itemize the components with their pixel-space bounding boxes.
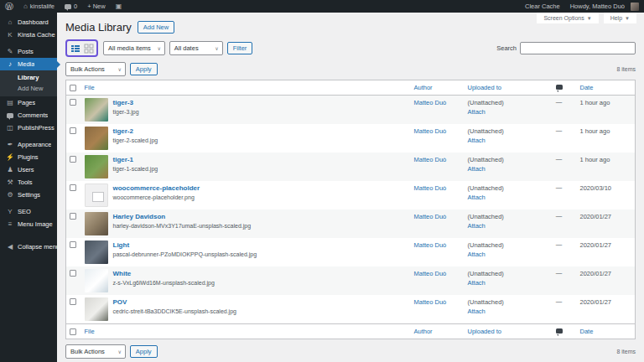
media-title-link[interactable]: POV — [113, 298, 236, 306]
select-all-checkbox[interactable] — [70, 85, 76, 91]
comments-column-icon[interactable] — [556, 85, 563, 90]
appearance-icon: ✒ — [6, 142, 14, 148]
sidebar-item-publishpress[interactable]: ◫ PublishPress — [0, 122, 57, 134]
bulk-actions-select[interactable]: Bulk Actions ∨ — [65, 62, 126, 76]
grid-view-button[interactable] — [83, 43, 94, 54]
menu-image-icon: ≡ — [6, 221, 14, 228]
media-thumbnail[interactable] — [85, 155, 108, 178]
attach-link[interactable]: Attach — [468, 308, 486, 315]
submenu-item-add-new[interactable]: Add New — [0, 83, 57, 94]
sort-by-file[interactable]: File — [85, 328, 95, 335]
uploaded-status: (Unattached) — [468, 127, 538, 135]
screen-options-button[interactable]: Screen Options ▼ — [536, 13, 599, 24]
media-title-link[interactable]: Light — [113, 241, 257, 249]
attach-link[interactable]: Attach — [468, 222, 486, 230]
sort-by-author[interactable]: Author — [414, 328, 433, 335]
sort-by-author[interactable]: Author — [414, 84, 433, 91]
tools-icon: ⚒ — [6, 179, 14, 186]
attach-link[interactable]: Attach — [468, 251, 486, 258]
row-checkbox[interactable] — [70, 127, 76, 134]
comments-menu[interactable]: 0 — [60, 0, 82, 13]
row-checkbox[interactable] — [70, 99, 76, 106]
media-title-link[interactable]: woocommerce-placeholder — [113, 184, 200, 192]
date-filter-select[interactable]: All dates ∨ — [169, 41, 223, 55]
attach-link[interactable]: Attach — [468, 194, 486, 201]
row-checkbox[interactable] — [70, 270, 76, 277]
attach-link[interactable]: Attach — [468, 137, 486, 144]
search-input[interactable] — [520, 42, 636, 54]
sidebar-item-dashboard[interactable]: ⌂ Dashboard — [0, 16, 57, 28]
sidebar-item-collapse[interactable]: ◀ Collapse menu — [0, 240, 57, 253]
sidebar-item-media[interactable]: ♪ Media — [0, 58, 57, 70]
author-link[interactable]: Matteo Duò — [414, 298, 447, 306]
row-checkbox[interactable] — [70, 298, 76, 305]
media-title-link[interactable]: tiger-2 — [113, 127, 158, 135]
sort-by-uploaded-to[interactable]: Uploaded to — [468, 84, 501, 91]
sort-by-date[interactable]: Date — [580, 84, 594, 91]
site-name-menu[interactable]: ⌂ kinstalife — [18, 0, 60, 13]
media-thumbnail[interactable] — [85, 127, 108, 150]
search-label: Search — [496, 44, 517, 52]
attach-link[interactable]: Attach — [468, 108, 486, 116]
sidebar-item-plugins[interactable]: ⚡ Plugins — [0, 151, 57, 163]
apply-button[interactable]: Apply — [130, 63, 158, 75]
new-content-menu[interactable]: + New — [82, 0, 110, 13]
author-link[interactable]: Matteo Duò — [414, 270, 447, 277]
comments-icon — [7, 113, 13, 118]
attach-link[interactable]: Attach — [468, 165, 486, 173]
sidebar-item-tools[interactable]: ⚒ Tools — [0, 176, 57, 189]
row-checkbox[interactable] — [70, 156, 76, 163]
attach-link[interactable]: Attach — [468, 279, 486, 287]
media-thumbnail[interactable] — [85, 98, 108, 122]
sidebar-item-kinsta-cache[interactable]: K Kinsta Cache — [0, 28, 57, 41]
add-new-button[interactable]: Add New — [138, 21, 174, 34]
sort-by-date[interactable]: Date — [580, 328, 594, 335]
items-count: 8 items — [616, 66, 636, 72]
media-type-filter-select[interactable]: All media items ∨ — [103, 41, 165, 55]
author-link[interactable]: Matteo Duò — [414, 213, 447, 220]
apply-button[interactable]: Apply — [130, 345, 158, 358]
media-title-link[interactable]: tiger-1 — [113, 156, 158, 163]
media-thumbnail[interactable] — [85, 212, 108, 235]
row-checkbox[interactable] — [70, 184, 76, 191]
sidebar-item-pages[interactable]: ▤ Pages — [0, 96, 57, 109]
sidebar-item-menu-image[interactable]: ≡ Menu Image — [0, 218, 57, 230]
sidebar-item-comments[interactable]: Comments — [0, 109, 57, 122]
media-thumbnail[interactable] — [85, 240, 108, 264]
sidebar-item-appearance[interactable]: ✒ Appearance — [0, 138, 57, 151]
select-all-checkbox[interactable] — [70, 328, 76, 335]
date-value: 2020/01/27 — [580, 298, 632, 306]
author-link[interactable]: Matteo Duò — [414, 241, 447, 249]
sidebar-item-seo[interactable]: Y SEO — [0, 205, 57, 218]
author-link[interactable]: Matteo Duò — [414, 184, 447, 192]
my-account-menu[interactable]: Howdy, Matteo Duò — [565, 0, 644, 13]
media-title-link[interactable]: White — [113, 270, 215, 277]
comments-column-icon[interactable] — [556, 328, 563, 334]
comments-bubble-icon — [65, 4, 71, 9]
author-link[interactable]: Matteo Duò — [414, 127, 447, 135]
wordpress-logo-menu[interactable]: Ⓦ — [0, 0, 18, 13]
list-view-button[interactable] — [70, 43, 80, 54]
filter-button[interactable]: Filter — [227, 42, 253, 54]
author-link[interactable]: Matteo Duò — [414, 156, 447, 163]
clear-cache-button[interactable]: Clear Cache — [520, 0, 565, 13]
row-checkbox[interactable] — [70, 241, 76, 248]
sort-by-uploaded-to[interactable]: Uploaded to — [468, 328, 501, 335]
plugins-icon: ⚡ — [6, 154, 14, 161]
media-thumbnail[interactable] — [85, 297, 108, 321]
sidebar-item-posts[interactable]: ✎ Posts — [0, 45, 57, 58]
sort-by-file[interactable]: File — [85, 84, 95, 91]
help-button[interactable]: Help ▼ — [603, 13, 637, 24]
media-thumbnail[interactable] — [85, 184, 108, 207]
plugin-toolbar-item[interactable]: ▣ — [111, 0, 127, 13]
row-checkbox[interactable] — [70, 213, 76, 220]
author-link[interactable]: Matteo Duò — [414, 99, 447, 106]
bulk-actions-select[interactable]: Bulk Actions ∨ — [65, 344, 126, 359]
submenu-item-library[interactable]: Library — [0, 72, 57, 83]
media-title-link[interactable]: Harley Davidson — [113, 213, 252, 220]
sidebar-item-users[interactable]: ♟ Users — [0, 163, 57, 176]
chevron-down-icon: ∨ — [157, 45, 160, 51]
media-thumbnail[interactable] — [85, 269, 108, 292]
sidebar-item-settings[interactable]: ⚙ Settings — [0, 189, 57, 201]
media-title-link[interactable]: tiger-3 — [113, 99, 139, 106]
